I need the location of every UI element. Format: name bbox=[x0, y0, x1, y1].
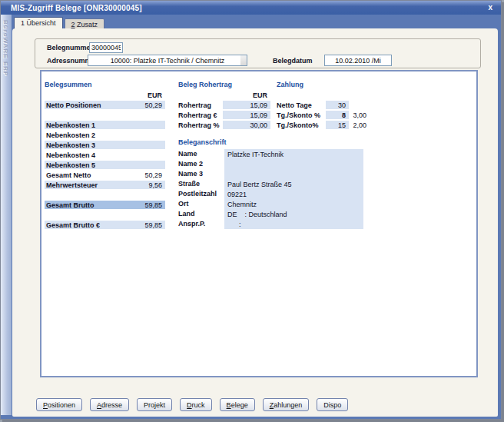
row-value-percent bbox=[351, 101, 368, 109]
button-projekt[interactable]: Projekt bbox=[137, 398, 172, 411]
belegsummen-currency-header: EUR bbox=[45, 91, 165, 101]
row-label: Mehrwertsteuer bbox=[46, 181, 98, 189]
rohertrag-title: Beleg Rohertrag bbox=[178, 81, 270, 91]
row-label: Netto Positionen bbox=[46, 101, 101, 109]
row-value: DE : Deutschland bbox=[224, 209, 363, 219]
belegdatum-label: Belegdatum bbox=[273, 57, 313, 65]
row-label: Gesamt Brutto € bbox=[46, 221, 100, 229]
anschrift-row-anspr-p: Anspr.P. : bbox=[178, 219, 406, 229]
belegsummen-row-nebenkosten-1: Nebenkosten 1 bbox=[45, 121, 165, 129]
row-value: Chemnitz bbox=[224, 199, 363, 209]
rohertrag-currency-header: EUR bbox=[178, 91, 270, 101]
window-title: MIS-Zugriff Belege [ONR30000045] bbox=[11, 4, 486, 12]
row-value-days: 8 bbox=[326, 111, 349, 119]
adressnummer-dropdown-button[interactable] bbox=[240, 55, 247, 65]
row-label: Name bbox=[178, 149, 197, 158]
row-label: Rohertrag bbox=[178, 101, 211, 109]
belegnummer-label: Belegnummer bbox=[47, 44, 93, 52]
row-label: Anspr.P. bbox=[178, 219, 205, 228]
zahlung-title: Zahlung bbox=[277, 81, 367, 91]
belegsummen-row-nebenkosten-3: Nebenkosten 3 bbox=[45, 141, 165, 149]
row-value: 50,29 bbox=[144, 171, 162, 179]
action-button-row: PositionenAdresseProjektDruckBelegeZahlu… bbox=[36, 398, 348, 411]
row-label: Rohertrag € bbox=[178, 111, 217, 119]
row-label: Nebenkosten 2 bbox=[46, 131, 95, 139]
zahlung-row-tg-skonto: Tg./Skonto%152,00 bbox=[277, 121, 367, 129]
tab-2-zusatz[interactable]: 2 Zusatz bbox=[65, 18, 105, 28]
row-value-days: 30 bbox=[326, 101, 349, 109]
tab-1-bersicht[interactable]: 1 Übersicht bbox=[14, 17, 63, 28]
anschrift-row-name: NamePlatzke IT-Technik bbox=[178, 149, 406, 159]
belegsummen-row-nebenkosten-5: Nebenkosten 5 bbox=[45, 161, 165, 169]
row-value: 59,85 bbox=[144, 221, 162, 229]
belegdatum-input[interactable] bbox=[324, 55, 392, 66]
belegnummer-input[interactable] bbox=[89, 42, 123, 53]
row-label: Tg./Skonto % bbox=[277, 111, 320, 119]
button-positionen[interactable]: Positionen bbox=[36, 398, 82, 411]
anschrift-row-land: LandDE : Deutschland bbox=[178, 209, 406, 219]
zahlung-section: Zahlung Netto Tage30Tg./Skonto %83,00Tg.… bbox=[277, 81, 367, 131]
row-label: Gesamt Brutto bbox=[46, 201, 94, 209]
row-label: Nebenkosten 1 bbox=[46, 121, 95, 129]
summary-panel: Belegsummen EUR Netto Positionen50,29Neb… bbox=[40, 70, 478, 377]
button-zahlungen[interactable]: Zahlungen bbox=[263, 398, 310, 411]
header-group-box: Belegnummer Adressnummer Belegdatum bbox=[35, 38, 481, 68]
button-adresse[interactable]: Adresse bbox=[90, 398, 129, 411]
belegsummen-row-netto-positionen: Netto Positionen50,29 bbox=[45, 101, 165, 109]
row-label: Tg./Skonto% bbox=[277, 121, 319, 129]
title-bar: MIS-Zugriff Belege [ONR30000045] x bbox=[1, 1, 501, 15]
row-value: 30,00 bbox=[223, 121, 270, 129]
belegsummen-row-mehrwertsteuer: Mehrwertsteuer9,56 bbox=[45, 181, 165, 189]
belegsummen-title: Belegsummen bbox=[45, 81, 165, 91]
zahlung-rows: Netto Tage30Tg./Skonto %83,00Tg./Skonto%… bbox=[277, 101, 367, 129]
row-label: Ort bbox=[178, 199, 189, 208]
row-value: 9,56 bbox=[148, 181, 162, 189]
row-value-days: 15 bbox=[326, 121, 349, 129]
anschrift-row-ort: OrtChemnitz bbox=[178, 199, 406, 209]
row-label: Straße bbox=[178, 179, 200, 188]
content-page: Belegnummer Adressnummer Belegdatum Bele… bbox=[12, 28, 498, 417]
belegsummen-row-nebenkosten-2: Nebenkosten 2 bbox=[45, 131, 165, 139]
zahlung-row-netto-tage: Netto Tage30 bbox=[277, 101, 367, 109]
row-value: 15,09 bbox=[223, 111, 270, 119]
row-value bbox=[224, 159, 363, 169]
zahlung-header-spacer bbox=[277, 91, 367, 101]
button-dispo[interactable]: Dispo bbox=[317, 398, 348, 411]
close-icon[interactable]: x bbox=[486, 2, 495, 13]
row-label: Name 3 bbox=[178, 169, 203, 178]
row-label: Postleitzahl bbox=[178, 189, 217, 198]
rohertrag-section: Beleg Rohertrag EUR Rohertrag15,09Rohert… bbox=[178, 81, 270, 131]
row-value: : bbox=[224, 219, 363, 229]
anschrift-row-name-3: Name 3 bbox=[178, 169, 406, 179]
belegsummen-spacer-1 bbox=[45, 111, 165, 119]
belegsummen-row-gesamt-netto: Gesamt Netto50,29 bbox=[45, 171, 165, 179]
beleganschrift-section: Beleganschrift NamePlatzke IT-TechnikNam… bbox=[178, 138, 406, 229]
row-value-percent: 2,00 bbox=[351, 121, 368, 129]
row-label: Nebenkosten 5 bbox=[46, 161, 95, 169]
beleganschrift-title: Beleganschrift bbox=[178, 138, 406, 149]
row-value: Paul Bertz Straße 45 bbox=[224, 179, 363, 189]
tab-bar: 1 Übersicht2 Zusatz bbox=[14, 17, 104, 28]
app-window: MIS-Zugriff Belege [ONR30000045] x BüroW… bbox=[0, 0, 502, 420]
row-value-percent: 3,00 bbox=[351, 111, 368, 119]
button-druck[interactable]: Druck bbox=[180, 398, 212, 411]
row-value: 09221 bbox=[224, 189, 363, 199]
row-label: Nebenkosten 4 bbox=[46, 151, 95, 159]
row-label: Nebenkosten 3 bbox=[46, 141, 95, 149]
row-label: Netto Tage bbox=[277, 101, 312, 109]
belegsummen-row-gesamt-brutto: Gesamt Brutto59,85 bbox=[45, 201, 165, 209]
rohertrag-row-rohertrag: Rohertrag €15,09 bbox=[178, 111, 270, 119]
row-label: Name 2 bbox=[178, 159, 203, 168]
row-label: Rohertrag % bbox=[178, 121, 220, 129]
adressnummer-input[interactable] bbox=[88, 55, 247, 66]
rohertrag-row-rohertrag: Rohertrag %30,00 bbox=[178, 121, 270, 129]
beleganschrift-rows: NamePlatzke IT-TechnikName 2Name 3Straße… bbox=[178, 149, 406, 229]
belegsummen-rows: Netto Positionen50,29Nebenkosten 1Nebenk… bbox=[45, 101, 165, 229]
rohertrag-rows: Rohertrag15,09Rohertrag €15,09Rohertrag … bbox=[178, 101, 270, 129]
anschrift-row-stra-e: StraßePaul Bertz Straße 45 bbox=[178, 179, 406, 189]
belegsummen-spacer-9 bbox=[45, 191, 165, 199]
anschrift-row-name-2: Name 2 bbox=[178, 159, 406, 169]
row-value: Platzke IT-Technik bbox=[224, 149, 363, 159]
button-belege[interactable]: Belege bbox=[220, 398, 255, 411]
belegsummen-row-gesamt-brutto: Gesamt Brutto €59,85 bbox=[45, 221, 165, 229]
